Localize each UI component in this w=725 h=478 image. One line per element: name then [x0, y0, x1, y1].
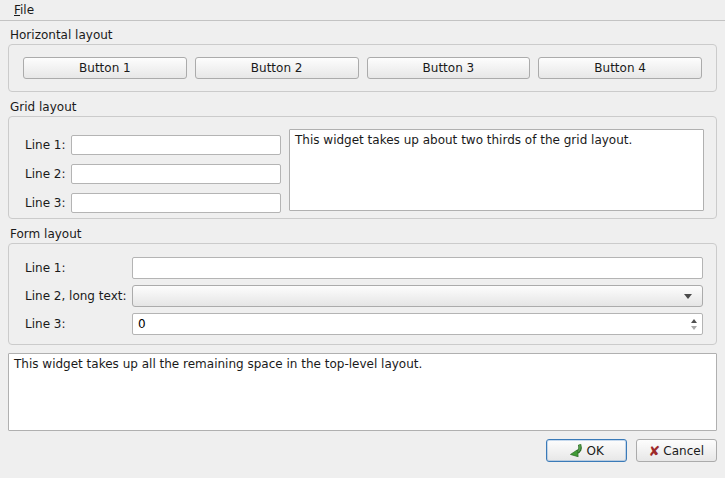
grid-layout-frame: Line 1: Line 2: Line 3: This widget take… — [8, 116, 717, 219]
horizontal-layout-frame: Button 1 Button 2 Button 3 Button 4 — [8, 44, 717, 92]
chevron-down-icon — [684, 294, 692, 299]
button-4[interactable]: Button 4 — [538, 57, 702, 79]
button-1[interactable]: Button 1 — [23, 57, 187, 79]
form-line-3-label: Line 3: — [25, 317, 132, 331]
ok-button-label: OK — [586, 444, 603, 458]
menu-file[interactable]: File — [10, 2, 38, 18]
button-3[interactable]: Button 3 — [367, 57, 531, 79]
grid-row-2: Line 2: — [25, 164, 281, 184]
groupbox-form-layout: Form layout Line 1: Line 2, long text: L… — [8, 227, 717, 345]
form-line-2-combobox[interactable] — [132, 285, 703, 307]
grid-line-3-label: Line 3: — [25, 196, 71, 210]
spinbox-buttons — [685, 314, 702, 334]
group-title-grid: Grid layout — [8, 100, 717, 114]
cancel-x-icon: ✘ — [649, 444, 661, 458]
grid-line-2-input[interactable] — [71, 164, 281, 184]
menubar: File — [0, 0, 725, 21]
ok-button[interactable]: OK — [546, 439, 627, 462]
dialog-content: Horizontal layout Button 1 Button 2 Butt… — [0, 21, 725, 478]
grid-line-2-label: Line 2: — [25, 167, 71, 181]
form-line-1-label: Line 1: — [25, 261, 132, 275]
form-row-1: Line 1: — [25, 257, 703, 279]
cancel-button-label: Cancel — [663, 444, 704, 458]
form-line-3-spinbox[interactable] — [132, 313, 703, 335]
groupbox-horizontal-layout: Horizontal layout Button 1 Button 2 Butt… — [8, 28, 717, 92]
grid-line-1-input[interactable] — [71, 135, 281, 155]
menu-file-rest: ile — [20, 3, 34, 17]
spinbox-value-input[interactable] — [133, 314, 685, 334]
group-title-horizontal: Horizontal layout — [8, 28, 717, 42]
bottom-text-edit[interactable]: This widget takes up all the remaining s… — [8, 353, 717, 431]
form-line-1-input[interactable] — [132, 257, 703, 279]
spin-up-icon[interactable] — [691, 319, 697, 323]
group-title-form: Form layout — [8, 227, 717, 241]
grid-line-3-input[interactable] — [71, 193, 281, 213]
basic-layouts-dialog: File Horizontal layout Button 1 Button 2… — [0, 0, 725, 478]
button-2[interactable]: Button 2 — [195, 57, 359, 79]
grid-row-3: Line 3: — [25, 193, 281, 213]
form-line-2-label: Line 2, long text: — [25, 289, 132, 303]
cancel-button[interactable]: ✘ Cancel — [636, 439, 717, 462]
spin-down-icon[interactable] — [691, 326, 697, 330]
grid-row-1: Line 1: — [25, 135, 281, 155]
dialog-button-box: OK ✘ Cancel — [8, 439, 717, 475]
grid-text-edit[interactable]: This widget takes up about two thirds of… — [289, 129, 704, 211]
grid-line-1-label: Line 1: — [25, 138, 71, 152]
form-row-2: Line 2, long text: — [25, 285, 703, 307]
form-layout-frame: Line 1: Line 2, long text: Line 3: — [8, 243, 717, 345]
grid-left-column: Line 1: Line 2: Line 3: — [25, 129, 281, 211]
groupbox-grid-layout: Grid layout Line 1: Line 2: Line 3: — [8, 100, 717, 219]
ok-apply-arrow-icon — [568, 443, 583, 458]
form-row-3: Line 3: — [25, 313, 703, 335]
